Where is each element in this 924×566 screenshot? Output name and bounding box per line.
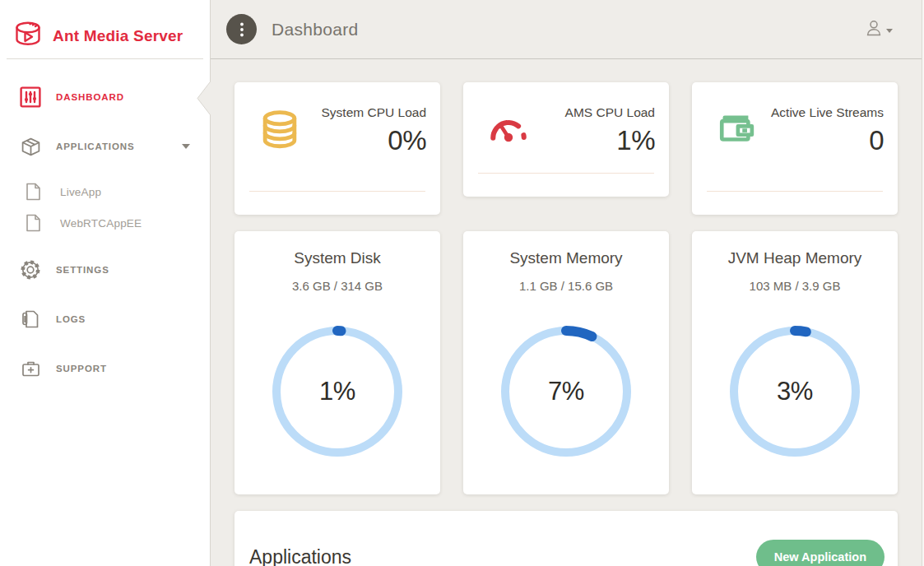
gauge-subtitle: 1.1 GB / 15.6 GB: [463, 279, 669, 293]
new-application-button[interactable]: New Application: [756, 540, 885, 566]
divider: [707, 191, 883, 192]
stat-title: Active Live Streams: [759, 104, 884, 122]
sidebar-item-label: DASHBOARD: [56, 92, 124, 102]
stat-value: 0%: [302, 125, 426, 156]
user-icon: [865, 19, 883, 40]
sidebar-item-applications[interactable]: APPLICATIONS: [0, 128, 210, 165]
gauge-card-jvm-heap: JVM Heap Memory 103 MB / 3.9 GB 3%: [692, 231, 898, 494]
gauge-title: System Memory: [463, 249, 669, 267]
circular-gauge: 1%: [270, 324, 405, 459]
sidebar-item-support[interactable]: SUPPORT: [0, 350, 210, 387]
ant-media-logo-icon: [12, 19, 44, 53]
sidebar-item-label: SUPPORT: [56, 364, 107, 373]
gauge-percent: 7%: [499, 324, 634, 459]
stat-card-system-cpu: System CPU Load 0%: [234, 82, 440, 215]
topbar: Dashboard: [211, 0, 924, 59]
stat-value: 0: [759, 125, 884, 156]
stat-cards-row: System CPU Load 0% AMS CPU Load 1%: [234, 82, 898, 215]
gauge-percent: 3%: [727, 324, 862, 459]
sidebar-item-label: WebRTCAppEE: [60, 217, 142, 230]
stat-card-ams-cpu: AMS CPU Load 1%: [463, 82, 669, 197]
stat-card-active-streams: Active Live Streams 0: [692, 82, 898, 215]
sidebar-item-logs[interactable]: LOGS: [0, 301, 210, 337]
sidebar-item-label: LiveApp: [60, 186, 101, 198]
page-title: Dashboard: [272, 20, 358, 39]
kebab-vertical-icon: [239, 21, 244, 38]
gauge-subtitle: 103 MB / 3.9 GB: [692, 279, 898, 293]
sidebar-item-webrtcappee[interactable]: WebRTCAppEE: [0, 207, 210, 239]
user-menu[interactable]: [865, 19, 893, 40]
active-item-arrow: [196, 78, 213, 118]
gear-icon: [20, 259, 41, 281]
brand-name: Ant Media Server: [53, 27, 183, 45]
file-icon: [22, 183, 44, 201]
file-icon: [22, 214, 44, 232]
speedometer-icon: [488, 109, 531, 197]
divider: [478, 173, 654, 174]
gauge-title: System Disk: [234, 249, 440, 267]
database-icon: [259, 109, 302, 215]
stat-title: AMS CPU Load: [531, 104, 655, 122]
sidebar-item-settings[interactable]: SETTINGS: [0, 252, 210, 288]
sidebar-item-label: LOGS: [56, 314, 86, 324]
gauge-card-system-memory: System Memory 1.1 GB / 15.6 GB 7%: [463, 231, 669, 494]
document-pen-icon: [20, 309, 41, 329]
applications-section: Applications New Application: [234, 511, 898, 566]
main-content: System CPU Load 0% AMS CPU Load 1%: [211, 59, 924, 566]
sidebar-nav: DASHBOARD APPLICATIONS: [0, 59, 210, 387]
gauge-subtitle: 3.6 GB / 314 GB: [234, 279, 440, 293]
gauge-title: JVM Heap Memory: [692, 249, 898, 267]
circular-gauge: 3%: [727, 324, 862, 459]
wallet-icon: [717, 109, 759, 215]
menu-button[interactable]: [226, 14, 257, 44]
divider: [249, 191, 425, 192]
gauge-percent: 1%: [270, 324, 405, 459]
chevron-down-icon: [886, 29, 893, 33]
sidebar-item-label: SETTINGS: [56, 265, 109, 275]
applications-title: Applications: [249, 546, 351, 566]
first-aid-kit-icon: [20, 359, 41, 378]
stat-title: System CPU Load: [302, 104, 426, 122]
gauge-card-system-disk: System Disk 3.6 GB / 314 GB 1%: [234, 231, 440, 494]
gauge-cards-row: System Disk 3.6 GB / 314 GB 1% System Me…: [234, 231, 898, 494]
chevron-down-icon[interactable]: [182, 144, 190, 149]
stat-value: 1%: [531, 125, 655, 156]
sidebar-item-liveapp[interactable]: LiveApp: [0, 176, 210, 207]
sliders-icon: [20, 86, 41, 108]
sidebar: Ant Media Server DASHBOARD: [0, 0, 211, 566]
brand[interactable]: Ant Media Server: [0, 0, 210, 58]
package-box-icon: [20, 137, 41, 157]
sidebar-item-dashboard[interactable]: DASHBOARD: [0, 79, 210, 115]
circular-gauge: 7%: [499, 324, 634, 459]
sidebar-item-label: APPLICATIONS: [56, 142, 135, 151]
